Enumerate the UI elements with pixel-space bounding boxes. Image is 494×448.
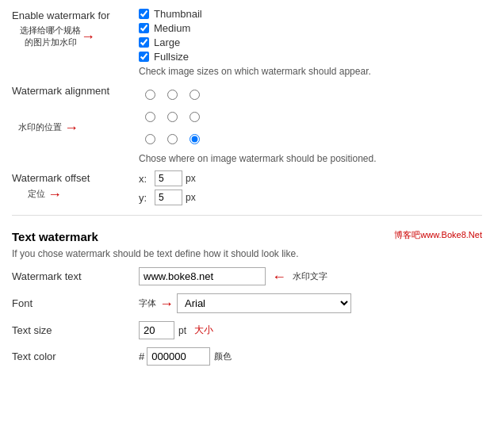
enable-watermark-section: Enable watermark for 选择给哪个规格 的图片加水印 → Th… <box>12 8 482 77</box>
watermark-text-label: Watermark text <box>12 270 139 282</box>
checkbox-thumbnail-row: Thumbnail <box>139 8 482 20</box>
text-size-input-container: pt 大小 <box>139 321 213 339</box>
offset-inputs: x: px y: px <box>139 170 482 209</box>
offset-y-input[interactable] <box>155 190 182 205</box>
annotation-watermark-text: 水印文字 <box>293 270 327 282</box>
alignment-label-col: Watermark alignment 水印的位置 → <box>12 83 139 135</box>
text-size-input[interactable] <box>139 321 174 339</box>
offset-y-row: y: px <box>139 190 482 205</box>
alignment-hint: Chose where on image watermark should be… <box>139 153 482 164</box>
watermark-offset-section: Watermark offset 定位 → x: px y: px <box>12 170 482 209</box>
text-size-row: Text size pt 大小 <box>12 321 482 339</box>
offset-x-unit: px <box>186 173 196 184</box>
align-top-center[interactable] <box>161 83 183 105</box>
checkbox-medium-label: Medium <box>154 22 190 34</box>
annotation-image-size: 选择给哪个规格 的图片加水印 <box>20 25 81 49</box>
arrow-watermark-text: ← <box>272 270 286 284</box>
text-watermark-desc: If you chose watermark should be text de… <box>12 248 482 259</box>
checkbox-fullsize-row: Fullsize <box>139 51 482 63</box>
enable-watermark-label: Enable watermark for 选择给哪个规格 的图片加水印 → <box>12 8 139 49</box>
text-color-input[interactable] <box>147 347 210 366</box>
align-bottom-center[interactable] <box>161 128 183 150</box>
checkbox-large[interactable] <box>139 37 149 48</box>
enable-watermark-options: Thumbnail Medium Large Fullsize Check im… <box>139 8 482 77</box>
align-top-right[interactable] <box>183 83 205 105</box>
checkbox-medium[interactable] <box>139 23 149 33</box>
alignment-label: Watermark alignment <box>12 85 109 97</box>
text-size-unit: pt <box>178 325 186 336</box>
alignment-grid-container: Chose where on image watermark should be… <box>139 83 482 164</box>
enable-watermark-hint: Check image sizes on which watermark sho… <box>139 66 482 77</box>
watermark-text-row: Watermark text ← 水印文字 <box>12 267 482 285</box>
align-bottom-left[interactable] <box>139 128 161 150</box>
annotation-font: 字体 <box>139 297 156 309</box>
offset-x-input[interactable] <box>155 170 182 186</box>
font-input-container: 字体 → Arial Times New Roman Verdana Georg… <box>139 293 351 313</box>
checkbox-fullsize-label: Fullsize <box>154 51 189 63</box>
align-top-left[interactable] <box>139 83 161 105</box>
section-divider <box>12 215 482 216</box>
font-label: Font <box>12 297 139 309</box>
annotation-offset: 定位 <box>28 188 45 200</box>
arrow-image-size: → <box>81 29 95 44</box>
offset-y-unit: px <box>186 192 196 203</box>
annotation-size: 大小 <box>194 324 213 337</box>
checkbox-medium-row: Medium <box>139 22 482 34</box>
watermark-text-input-container: ← 水印文字 <box>139 267 327 285</box>
align-middle-right[interactable] <box>183 105 205 128</box>
font-select[interactable]: Arial Times New Roman Verdana Georgia Co… <box>177 293 351 313</box>
annotation-position: 水印的位置 <box>18 121 62 133</box>
watermark-alignment-section: Watermark alignment 水印的位置 → Chose where … <box>12 83 482 164</box>
text-color-input-container: # 颜色 <box>139 347 232 366</box>
color-hash: # <box>139 350 144 362</box>
text-watermark-title: Text watermark <box>12 230 98 243</box>
checkbox-fullsize[interactable] <box>139 52 149 62</box>
offset-label-col: Watermark offset 定位 → <box>12 170 139 201</box>
offset-label: Watermark offset <box>12 172 90 184</box>
align-middle-center[interactable] <box>161 105 183 128</box>
text-color-label: Text color <box>12 350 139 362</box>
offset-x-row: x: px <box>139 170 482 186</box>
checkbox-large-row: Large <box>139 36 482 48</box>
offset-y-label: y: <box>139 192 155 204</box>
blog-annotation: 博客吧www.Boke8.Net <box>394 229 482 241</box>
text-size-label: Text size <box>12 324 139 336</box>
watermark-text-input[interactable] <box>139 267 266 285</box>
checkbox-thumbnail-label: Thumbnail <box>154 8 202 20</box>
annotation-color: 颜色 <box>214 350 232 362</box>
align-middle-left[interactable] <box>139 105 161 128</box>
text-watermark-section: Text watermark 博客吧www.Boke8.Net If you c… <box>12 222 482 366</box>
arrow-position: → <box>64 121 79 135</box>
text-color-row: Text color # 颜色 <box>12 347 482 366</box>
offset-x-label: x: <box>139 173 155 185</box>
alignment-grid <box>139 83 482 150</box>
enable-watermark-text: Enable watermark for <box>12 10 110 21</box>
font-row: Font 字体 → Arial Times New Roman Verdana … <box>12 293 482 313</box>
align-bottom-right[interactable] <box>183 128 205 150</box>
checkbox-thumbnail[interactable] <box>139 9 149 19</box>
arrow-offset: → <box>48 187 62 201</box>
checkbox-large-label: Large <box>154 36 180 48</box>
arrow-font: → <box>159 297 174 311</box>
